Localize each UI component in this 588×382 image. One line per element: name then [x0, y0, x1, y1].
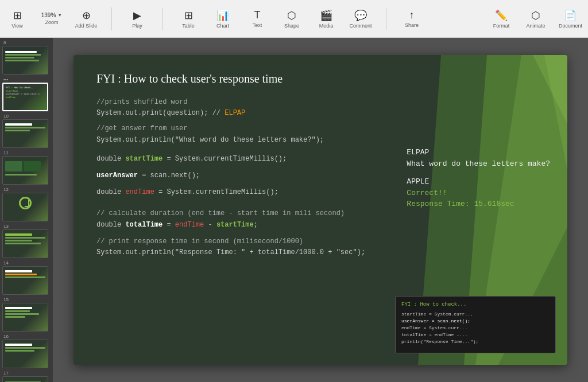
output-line-4: Correct!!	[407, 188, 550, 199]
console-code-5: println("Response Time...");	[401, 338, 550, 345]
shape-icon: ⬡	[287, 9, 296, 22]
zoom-label: Zoom	[45, 20, 58, 25]
console-inner: FYI : How to check... startTime = System…	[396, 297, 555, 350]
output-line-1: ELPAP	[407, 147, 550, 158]
text-button[interactable]: T Text	[246, 9, 269, 28]
slide-thumb-13[interactable]: 13	[2, 224, 51, 258]
format-icon: ✏️	[495, 9, 508, 22]
console-box: FYI : How to check... startTime = System…	[395, 296, 556, 353]
shape-button[interactable]: ⬡ Shape	[280, 9, 303, 29]
text-icon: T	[254, 9, 261, 21]
slide-img-9: FYI : How to check... startTime userAnsw…	[2, 83, 48, 111]
console-code-4: totalTime = endTime -...	[401, 332, 550, 338]
code-line-2: System.out.println("What word do these l…	[96, 135, 544, 146]
console-code-2: userAnswer = scan.next();	[401, 318, 550, 325]
code-line-7: System.out.println("Response Time: " + t…	[96, 247, 544, 258]
animate-button[interactable]: ⬡ Animate	[524, 9, 547, 29]
toolbar: ⊞ View 139% ▼ Zoom ⊕ Add Slide ▶ Play ⊞ …	[0, 0, 588, 38]
slide-thumb-17[interactable]: 17	[2, 371, 51, 382]
slide-title: FYI : How to check user's response time	[96, 72, 544, 85]
output-panel: ELPAP What word do these letters make? A…	[407, 147, 550, 210]
slide-thumb-8[interactable]: 8	[2, 40, 51, 75]
toolbar-divider-3	[386, 7, 386, 30]
media-icon: 🎬	[320, 9, 332, 22]
code-starttime: startTime	[125, 155, 163, 163]
slide-thumb-15[interactable]: 15	[2, 297, 51, 332]
animate-label: Animate	[526, 23, 545, 29]
view-button[interactable]: ⊞ View	[6, 9, 29, 29]
zoom-control[interactable]: 139% ▼ Zoom	[40, 12, 63, 25]
add-slide-button[interactable]: ⊕ Add Slide	[75, 9, 98, 29]
slide-img-8	[2, 46, 48, 75]
view-icon: ⊞	[13, 9, 22, 22]
console-code-1: startTime = System.curr...	[401, 311, 550, 318]
slide-thumb-12[interactable]: 12	[2, 187, 51, 221]
chart-button[interactable]: 📊 Chart	[211, 9, 234, 29]
slide-img-14	[2, 266, 48, 295]
zoom-group: 139% ▼ Zoom	[40, 12, 63, 25]
slide-num-17: 17	[2, 371, 51, 376]
media-button[interactable]: 🎬 Media	[315, 9, 338, 29]
output-line-3: APPLE	[407, 176, 550, 188]
code-double-3: double	[96, 221, 125, 229]
format-button[interactable]: ✏️ Format	[490, 9, 513, 29]
code-assign-3: = System.currentTimeMillis();	[154, 188, 278, 196]
code-line-6: double totalTime = endTime - startTime;	[96, 220, 544, 231]
slide-num-12: 12	[2, 187, 51, 192]
output-line-5: Response Time: 15.618sec	[407, 198, 550, 210]
slide-img-11	[2, 156, 48, 185]
slide-thumb-10[interactable]: 10	[2, 114, 51, 148]
text-label: Text	[253, 22, 262, 28]
code-double-1: double	[96, 155, 125, 163]
play-icon: ▶	[133, 9, 141, 22]
play-label: Play	[132, 23, 142, 29]
code-comment-4: // print response time in second (milise…	[96, 236, 544, 247]
document-label: Document	[559, 23, 582, 29]
slide-thumb-9[interactable]: ••• FYI : How to check... startTime user…	[2, 77, 51, 111]
comment-button[interactable]: 💬 Comment	[349, 9, 372, 29]
chart-icon: 📊	[216, 9, 229, 22]
share-label: Share	[405, 22, 419, 28]
slide-num-9: •••	[2, 77, 51, 82]
document-button[interactable]: 📄 Document	[559, 9, 582, 29]
add-slide-icon: ⊕	[82, 9, 91, 22]
console-code-3: endTime = System.curr...	[401, 325, 550, 332]
animate-icon: ⬡	[531, 9, 540, 22]
play-button[interactable]: ▶ Play	[126, 9, 149, 29]
share-button[interactable]: ↑ Share	[400, 9, 423, 28]
code-assign-1: = System.currentTimeMillis();	[163, 155, 287, 163]
slide-num-15: 15	[2, 297, 51, 302]
code-starttime-ref: startTime	[216, 221, 254, 229]
main-area: 8 ••• FYI : How to check... startTi	[0, 38, 588, 382]
toolbar-divider-2	[163, 7, 163, 30]
code-useranswer: userAnswer	[96, 171, 138, 180]
media-label: Media	[319, 23, 334, 29]
format-label: Format	[493, 23, 510, 29]
code-line-1: System.out.print(question); // ELPAP	[96, 108, 544, 119]
slide-panel[interactable]: 8 ••• FYI : How to check... startTi	[0, 38, 53, 382]
slide-img-17	[2, 376, 48, 382]
table-icon: ⊞	[184, 9, 193, 22]
code-totaltime: totalTime	[125, 221, 163, 229]
slide-thumb-16[interactable]: 16	[2, 334, 51, 368]
chart-label: Chart	[216, 23, 229, 29]
slide-num-16: 16	[2, 334, 51, 339]
slide-thumb-14[interactable]: 14	[2, 260, 51, 295]
table-label: Table	[182, 23, 195, 29]
code-assign-4: =	[163, 221, 175, 229]
slide-num-14: 14	[2, 260, 51, 266]
code-print: System.out.print(question); //	[96, 109, 225, 117]
slide-img-15	[2, 303, 48, 332]
slide-img-16	[2, 340, 48, 368]
code-comment-2: //get answer from user	[96, 123, 544, 134]
comment-label: Comment	[349, 23, 372, 29]
toolbar-divider-1	[111, 7, 112, 30]
main-slide: FYI : How to check user's response time …	[74, 55, 567, 365]
add-slide-label: Add Slide	[75, 23, 98, 29]
slide-thumb-11[interactable]: 11	[2, 150, 51, 185]
slide-img-12	[2, 193, 48, 221]
view-label: View	[11, 23, 22, 29]
table-button[interactable]: ⊞ Table	[177, 9, 200, 29]
share-icon: ↑	[409, 9, 415, 21]
code-semi: ;	[254, 221, 258, 229]
